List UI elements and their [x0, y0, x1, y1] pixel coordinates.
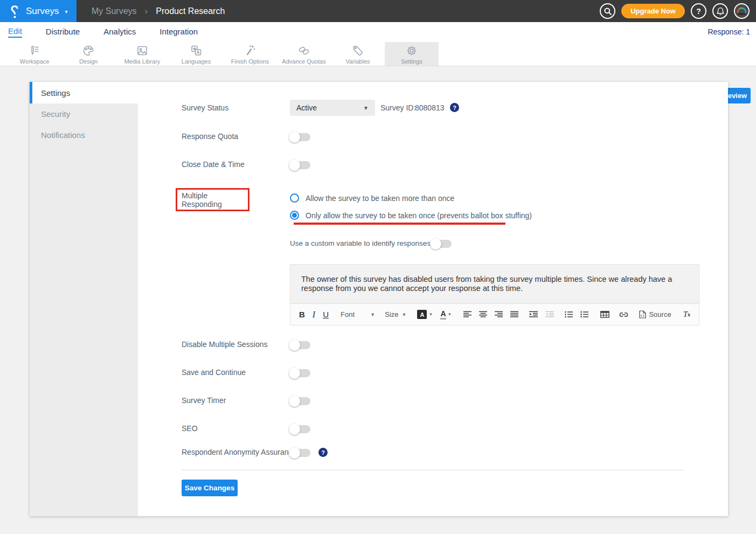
notifications-button[interactable]: [712, 3, 728, 19]
remove-format-button[interactable]: Tx: [683, 310, 690, 319]
respondent-anonymity-toggle[interactable]: [290, 449, 310, 457]
app-window: Surveys ▾ My Surveys › Product Research …: [0, 0, 756, 534]
sidebar-item-notifications[interactable]: Notifications: [30, 124, 138, 145]
toolbar-item-finish-options[interactable]: Finish Options: [223, 42, 277, 66]
toolbar-item-design[interactable]: Design: [61, 42, 115, 66]
close-date-toggle[interactable]: [290, 161, 310, 169]
seo-toggle[interactable]: [290, 425, 310, 433]
search-button[interactable]: [600, 3, 615, 19]
bulleted-list-button[interactable]: [565, 311, 573, 318]
numbered-list-button[interactable]: [580, 311, 588, 318]
align-right-button[interactable]: [495, 311, 503, 318]
radio-allow-multiple[interactable]: Allow the survey to be taken more than o…: [290, 193, 454, 203]
breadcrumb: My Surveys › Product Research: [92, 6, 225, 17]
sidebar-item-settings[interactable]: Settings: [30, 82, 138, 103]
breadcrumb-my-surveys[interactable]: My Surveys: [92, 6, 137, 16]
finish-options-wand-icon: [243, 44, 257, 58]
background-color-button[interactable]: A ▼: [417, 310, 433, 319]
size-dropdown[interactable]: Size ▼: [385, 310, 406, 318]
toolbar-item-languages[interactable]: Languages: [169, 42, 223, 66]
text-color-button[interactable]: A ▼: [440, 310, 452, 320]
question-mark-icon: ?: [696, 7, 701, 16]
bulleted-list-icon: [565, 311, 573, 318]
toolbar-item-label: Settings: [401, 58, 422, 65]
insert-table-button[interactable]: [600, 311, 609, 318]
custom-variable-toggle[interactable]: [431, 240, 452, 248]
survey-status-select[interactable]: Active ▼: [290, 100, 375, 116]
help-button[interactable]: ?: [691, 3, 706, 19]
indent-button[interactable]: [529, 311, 538, 318]
align-center-button[interactable]: [479, 311, 487, 318]
toggle-knob: [289, 367, 300, 379]
toolbar-item-media-library[interactable]: Media Library: [115, 42, 169, 66]
source-button[interactable]: Source: [639, 310, 671, 318]
response-quota-toggle[interactable]: [290, 133, 310, 141]
background-color-icon: A: [417, 310, 427, 319]
toolbar-item-workspace[interactable]: Workspace: [8, 42, 61, 66]
product-menu[interactable]: Surveys ▾: [0, 0, 77, 22]
editor-toolbar: B I U Font ▼ Size ▼ A ▼ A ▼: [290, 303, 699, 325]
toolbar-item-settings[interactable]: Settings: [385, 42, 439, 66]
variables-tag-icon: [351, 44, 365, 58]
user-avatar[interactable]: [734, 3, 750, 19]
toolbar-item-label: Design: [79, 58, 98, 65]
question-mark-icon: ?: [453, 105, 456, 111]
sidebar-item-label: Notifications: [41, 130, 85, 140]
questionpro-logo-icon: [9, 4, 20, 18]
toggle-knob: [289, 447, 300, 459]
table-icon: [600, 311, 609, 318]
toolbar-item-label: Media Library: [124, 58, 161, 65]
response-count[interactable]: Response: 1: [708, 27, 750, 36]
toolbar-item-advance-quotas[interactable]: Advance Quotas: [277, 42, 331, 66]
product-menu-label: Surveys: [26, 6, 59, 17]
multiple-response-message-editor: The owner of this survey has disabled us…: [290, 264, 699, 325]
italic-button[interactable]: I: [313, 310, 315, 320]
radio-label: Only allow the survey to be taken once (…: [306, 211, 532, 220]
sidebar-item-label: Security: [41, 109, 70, 119]
edit-toolbar: Workspace Design Media Library: [0, 42, 756, 66]
sidebar-item-label: Settings: [41, 88, 70, 98]
toolbar-item-label: Variables: [345, 58, 370, 65]
font-dropdown[interactable]: Font ▼: [341, 310, 375, 318]
caret-down-icon: ▼: [363, 105, 369, 111]
disable-multiple-sessions-toggle[interactable]: [290, 341, 310, 349]
survey-timer-label: Survey Timer: [182, 396, 226, 405]
justify-button[interactable]: [510, 311, 518, 318]
survey-id-help-button[interactable]: ?: [450, 103, 459, 112]
source-button-label: Source: [649, 310, 671, 318]
caret-down-icon: ▼: [370, 312, 375, 317]
tab-distribute[interactable]: Distribute: [46, 27, 80, 37]
link-icon: [619, 312, 628, 317]
radio-only-once[interactable]: Only allow the survey to be taken once (…: [290, 211, 532, 220]
text-color-icon: A: [440, 310, 446, 320]
top-actions: Upgrade Now ?: [600, 3, 756, 19]
toolbar-item-label: Languages: [182, 58, 211, 65]
save-and-continue-toggle[interactable]: [290, 369, 310, 377]
insert-link-button[interactable]: [619, 312, 628, 317]
survey-timer-toggle[interactable]: [290, 397, 310, 405]
close-date-label: Close Date & Time: [182, 160, 245, 169]
tab-analytics[interactable]: Analytics: [103, 27, 136, 37]
editor-message-area[interactable]: The owner of this survey has disabled us…: [290, 265, 699, 303]
toggle-knob: [289, 424, 300, 435]
align-left-button[interactable]: [463, 311, 471, 318]
survey-id-value: 8080813: [415, 103, 445, 112]
outdent-button[interactable]: [545, 311, 554, 318]
underline-button[interactable]: U: [323, 310, 329, 319]
upgrade-now-button[interactable]: Upgrade Now: [621, 4, 685, 18]
toggle-knob: [289, 396, 300, 407]
bold-button[interactable]: B: [299, 310, 305, 319]
toggle-knob: [289, 339, 300, 351]
toggle-knob: [289, 131, 300, 143]
caret-down-icon: ▾: [65, 9, 67, 15]
radio-selected-icon[interactable]: [290, 211, 299, 220]
tab-edit[interactable]: Edit: [8, 26, 22, 38]
radio-unselected-icon[interactable]: [290, 193, 299, 203]
avatar-gauge-icon: [735, 4, 748, 18]
respondent-anonymity-help-button[interactable]: ?: [318, 448, 328, 457]
sidebar-item-security[interactable]: Security: [30, 103, 138, 124]
save-changes-button[interactable]: Save Changes: [182, 480, 238, 496]
tab-integration[interactable]: Integration: [159, 27, 198, 37]
toolbar-item-variables[interactable]: Variables: [331, 42, 385, 66]
chevron-right-icon: ›: [145, 6, 148, 17]
